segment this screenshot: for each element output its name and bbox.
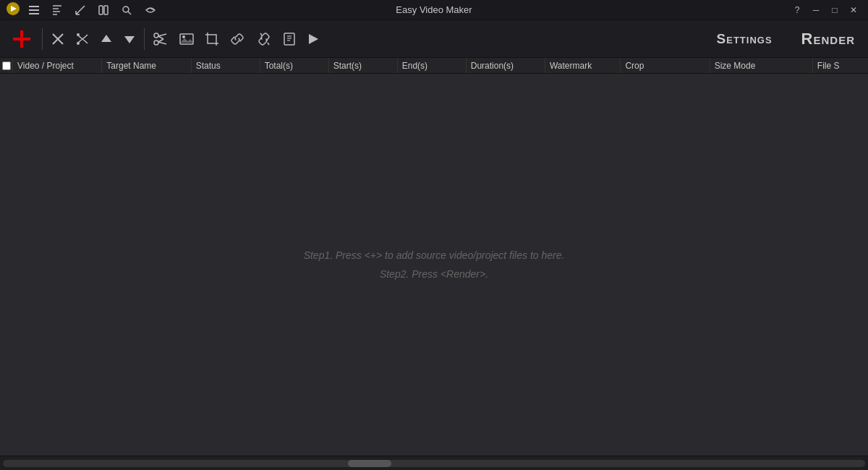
link-button[interactable]	[226, 30, 249, 48]
separator-2	[144, 28, 145, 50]
horizontal-scrollbar-area	[0, 456, 868, 470]
help-button[interactable]: ?	[788, 2, 806, 18]
col-status: Status	[192, 58, 260, 73]
col-end: End(s)	[398, 58, 467, 73]
maximize-button[interactable]: □	[826, 2, 843, 18]
menu-btn-3[interactable]	[71, 4, 90, 17]
cut-button[interactable]	[149, 30, 172, 48]
svg-line-31	[260, 33, 262, 35]
step2-text: Step2. Press <Render>.	[380, 268, 488, 280]
svg-rect-5	[99, 6, 103, 14]
menu-btn-5[interactable]	[117, 4, 136, 17]
col-total: Total(s)	[260, 58, 329, 73]
col-watermark: Watermark	[545, 58, 621, 73]
titlebar: Easy Video Maker ? ─ □ ✕	[0, 0, 868, 20]
svg-rect-6	[104, 6, 108, 14]
info-button[interactable]	[279, 30, 299, 48]
preview-button[interactable]	[302, 30, 324, 48]
column-header: Video / Project Target Name Status Total…	[0, 58, 868, 74]
move-up-button[interactable]	[96, 30, 116, 48]
svg-point-18	[154, 40, 158, 45]
app-title: Easy Video Maker	[396, 4, 472, 15]
menu-btn-4[interactable]	[94, 4, 113, 17]
main-toolbar: Settings Render	[0, 20, 868, 58]
svg-point-7	[123, 7, 129, 12]
minimize-button[interactable]: ─	[807, 2, 825, 18]
remove-button[interactable]	[47, 30, 69, 48]
unlink-button[interactable]	[252, 30, 276, 48]
col-start: Start(s)	[329, 58, 398, 73]
settings-render-area: Settings Render	[710, 27, 862, 51]
svg-rect-33	[284, 33, 294, 45]
svg-rect-2	[29, 6, 39, 7]
horizontal-scrollbar[interactable]	[3, 460, 865, 467]
svg-line-21	[158, 36, 163, 39]
col-video-project: Video / Project	[13, 58, 102, 73]
close-button[interactable]: ✕	[845, 2, 862, 18]
col-crop: Crop	[621, 58, 710, 73]
titlebar-controls: ? ─ □ ✕	[788, 2, 862, 18]
step1-text: Step1. Press <+> to add source video/pro…	[304, 249, 565, 261]
svg-rect-10	[13, 38, 30, 40]
settings-button[interactable]: Settings	[710, 28, 780, 50]
col-target-name: Target Name	[102, 58, 191, 73]
app-logo	[6, 1, 20, 19]
svg-marker-25	[180, 38, 193, 43]
titlebar-left	[6, 1, 161, 19]
svg-rect-4	[29, 13, 39, 14]
svg-line-20	[158, 42, 166, 44]
svg-line-8	[128, 12, 131, 14]
svg-marker-16	[124, 36, 135, 43]
svg-line-22	[158, 39, 163, 42]
image-button[interactable]	[175, 30, 198, 48]
svg-line-32	[268, 43, 269, 45]
svg-point-17	[154, 33, 158, 38]
menu-btn-6[interactable]	[140, 4, 161, 17]
crop-button[interactable]	[201, 30, 223, 48]
add-button[interactable]	[6, 29, 38, 49]
separator-1	[42, 28, 43, 50]
svg-rect-3	[29, 9, 39, 11]
checkbox-header[interactable]	[0, 58, 13, 73]
svg-line-19	[158, 34, 166, 36]
svg-point-24	[182, 35, 185, 38]
render-button[interactable]: Render	[794, 27, 862, 51]
move-down-button[interactable]	[119, 30, 140, 48]
svg-point-13	[77, 33, 80, 36]
svg-marker-15	[101, 35, 111, 42]
svg-marker-37	[309, 34, 318, 44]
main-content-area: Step1. Press <+> to add source video/pro…	[0, 74, 868, 456]
svg-rect-26	[208, 35, 216, 43]
menu-btn-2[interactable]	[48, 4, 67, 17]
select-all-checkbox[interactable]	[2, 61, 11, 70]
col-duration: Duration(s)	[467, 58, 545, 73]
col-file-size: File S	[813, 58, 868, 73]
menu-btn-1[interactable]	[25, 4, 43, 17]
svg-point-14	[77, 42, 80, 45]
col-size-mode: Size Mode	[710, 58, 813, 73]
split-button[interactable]	[72, 30, 93, 48]
scrollbar-thumb[interactable]	[348, 460, 391, 467]
